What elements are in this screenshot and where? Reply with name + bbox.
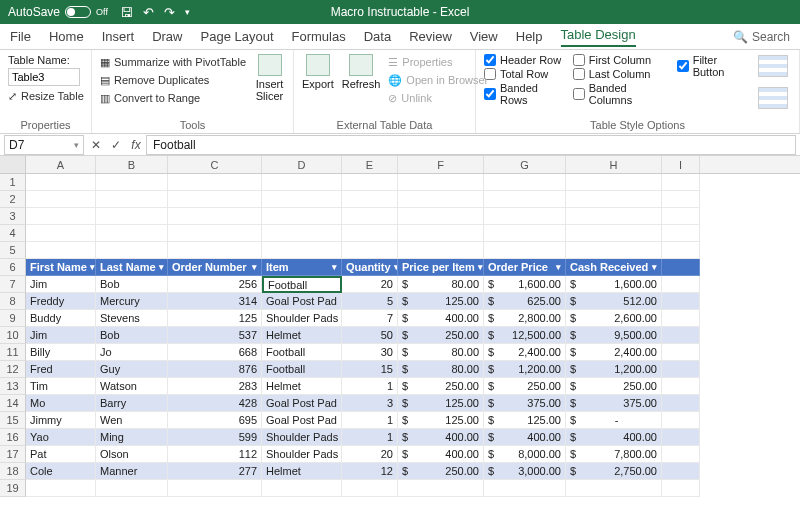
cell[interactable]: $400.00 (398, 429, 484, 446)
tab-home[interactable]: Home (49, 29, 84, 44)
row-header[interactable]: 6 (0, 259, 26, 276)
cell[interactable] (662, 429, 700, 446)
cell[interactable]: $125.00 (484, 412, 566, 429)
cell[interactable]: $1,600.00 (484, 276, 566, 293)
cell[interactable]: 50 (342, 327, 398, 344)
cell[interactable]: 599 (168, 429, 262, 446)
cell[interactable]: 277 (168, 463, 262, 480)
cell[interactable]: Jim (26, 327, 96, 344)
row-header[interactable]: 18 (0, 463, 26, 480)
filter-dropdown-icon[interactable]: ▾ (391, 262, 398, 272)
cell[interactable] (26, 174, 96, 191)
cell[interactable] (96, 191, 168, 208)
cell[interactable] (168, 225, 262, 242)
cell[interactable]: 12 (342, 463, 398, 480)
opt-first-col[interactable]: First Column (573, 54, 669, 66)
cell[interactable] (342, 242, 398, 259)
cell[interactable] (342, 191, 398, 208)
cell[interactable]: Wen (96, 412, 168, 429)
cell[interactable] (484, 191, 566, 208)
tab-file[interactable]: File (10, 29, 31, 44)
cell[interactable] (26, 225, 96, 242)
tab-table-design[interactable]: Table Design (561, 27, 636, 47)
cell[interactable]: Football (262, 276, 342, 293)
opt-filter-button[interactable]: Filter Button (677, 54, 749, 78)
filter-dropdown-icon[interactable]: ▾ (156, 262, 164, 272)
cell[interactable]: Quantity▾ (342, 259, 398, 276)
cell[interactable] (566, 242, 662, 259)
cell[interactable]: Buddy (26, 310, 96, 327)
cell[interactable] (566, 174, 662, 191)
cell[interactable]: $7,800.00 (566, 446, 662, 463)
cell[interactable]: Mercury (96, 293, 168, 310)
row-header[interactable]: 3 (0, 208, 26, 225)
cell[interactable]: 537 (168, 327, 262, 344)
cell[interactable] (342, 174, 398, 191)
cell[interactable]: $3,000.00 (484, 463, 566, 480)
cell[interactable] (662, 191, 700, 208)
cell[interactable] (566, 225, 662, 242)
cell[interactable]: Helmet (262, 378, 342, 395)
row-header[interactable]: 16 (0, 429, 26, 446)
cell[interactable] (662, 208, 700, 225)
row-header[interactable]: 11 (0, 344, 26, 361)
cell[interactable]: $400.00 (566, 429, 662, 446)
cell[interactable] (398, 191, 484, 208)
cell[interactable]: $250.00 (484, 378, 566, 395)
cell[interactable] (484, 208, 566, 225)
cell[interactable]: Football (262, 344, 342, 361)
cell[interactable]: 1 (342, 429, 398, 446)
cell[interactable] (26, 242, 96, 259)
cell[interactable]: 30 (342, 344, 398, 361)
cell[interactable]: 20 (342, 276, 398, 293)
cell[interactable]: Pat (26, 446, 96, 463)
cell[interactable] (398, 225, 484, 242)
cell[interactable] (168, 174, 262, 191)
cell[interactable] (566, 208, 662, 225)
cell[interactable]: 314 (168, 293, 262, 310)
filter-dropdown-icon[interactable]: ▾ (249, 262, 257, 272)
cell[interactable]: 428 (168, 395, 262, 412)
cell[interactable]: Price per Item▾ (398, 259, 484, 276)
cell[interactable]: 5 (342, 293, 398, 310)
cell[interactable]: Order Price▾ (484, 259, 566, 276)
tab-data[interactable]: Data (364, 29, 391, 44)
cell[interactable] (566, 191, 662, 208)
cell[interactable]: $1,600.00 (566, 276, 662, 293)
col-header-I[interactable]: I (662, 156, 700, 173)
tab-review[interactable]: Review (409, 29, 452, 44)
cell[interactable] (662, 327, 700, 344)
cell[interactable]: Cole (26, 463, 96, 480)
cell[interactable]: $375.00 (484, 395, 566, 412)
cell[interactable]: $9,500.00 (566, 327, 662, 344)
cell[interactable]: 695 (168, 412, 262, 429)
convert-range-button[interactable]: ▥Convert to Range (100, 90, 246, 106)
cell[interactable]: $8,000.00 (484, 446, 566, 463)
cell[interactable]: $12,500.00 (484, 327, 566, 344)
cell[interactable]: $375.00 (566, 395, 662, 412)
cell[interactable] (168, 191, 262, 208)
filter-dropdown-icon[interactable]: ▾ (475, 262, 483, 272)
cell[interactable] (484, 174, 566, 191)
cell[interactable]: $80.00 (398, 344, 484, 361)
remove-duplicates-button[interactable]: ▤Remove Duplicates (100, 72, 246, 88)
cell[interactable]: 1 (342, 412, 398, 429)
cell[interactable]: Jimmy (26, 412, 96, 429)
insert-slicer-button[interactable]: Insert Slicer (254, 54, 285, 117)
row-header[interactable]: 7 (0, 276, 26, 293)
cell[interactable]: 283 (168, 378, 262, 395)
cell[interactable] (96, 480, 168, 497)
redo-icon[interactable]: ↷ (164, 5, 175, 20)
cell[interactable] (342, 480, 398, 497)
cell[interactable]: Shoulder Pads (262, 429, 342, 446)
cell[interactable] (662, 310, 700, 327)
cell[interactable]: 112 (168, 446, 262, 463)
cell[interactable]: $2,400.00 (484, 344, 566, 361)
cell[interactable] (262, 242, 342, 259)
opt-last-col[interactable]: Last Column (573, 68, 669, 80)
cell[interactable] (662, 361, 700, 378)
cell[interactable]: Last Name▾ (96, 259, 168, 276)
cell[interactable] (342, 225, 398, 242)
cell[interactable]: 1 (342, 378, 398, 395)
cell[interactable] (168, 208, 262, 225)
